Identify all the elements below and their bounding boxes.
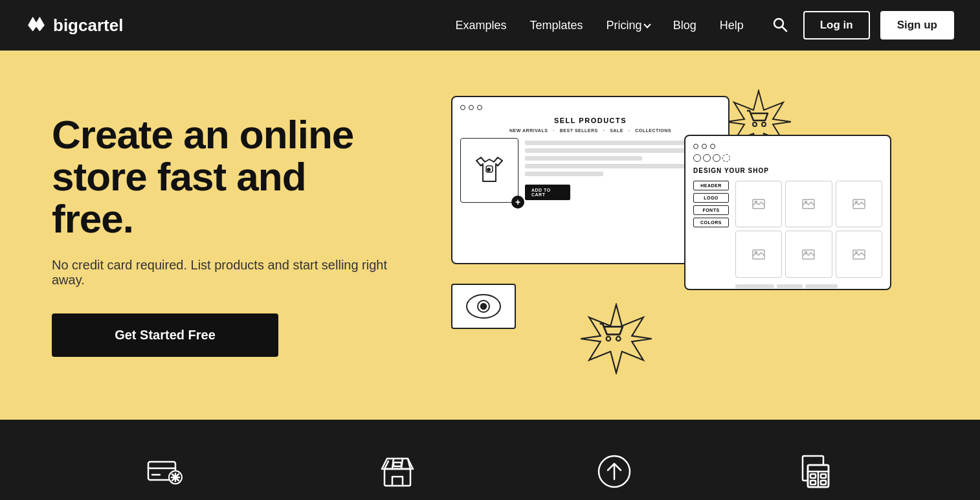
features-bar: No credit card required Sell online and … (0, 420, 980, 500)
image-placeholder-1 (752, 199, 765, 209)
dot-1 (460, 105, 465, 110)
nav-actions: Log in Sign up (767, 11, 954, 40)
store-icon (378, 452, 417, 491)
brand-logo[interactable]: bigcartel (26, 15, 123, 36)
design-dot-2 (702, 144, 707, 149)
swatch-bar-3 (805, 284, 838, 288)
bigcartel-logo-icon (26, 15, 47, 36)
login-button[interactable]: Log in (803, 11, 870, 40)
store-nav-bar: NEW ARRIVALS · BEST SELLERS · SALE · COL… (460, 128, 720, 133)
sidebar-logo[interactable]: LOGO (693, 193, 729, 203)
feature-upgrade: Upgrade anytime (570, 452, 658, 500)
image-placeholder-4 (752, 249, 765, 260)
nav-link-examples[interactable]: Examples (456, 19, 507, 32)
add-to-cart-label: ADD TO CART (525, 185, 570, 200)
swatch-bar-1 (735, 284, 774, 288)
feature-templates: Free store templates (767, 452, 874, 500)
navbar: bigcartel Examples Templates Pricing Blo… (0, 0, 980, 51)
svg-point-13 (805, 201, 807, 203)
design-panel: DESIGN YOUR SHOP HEADER LOGO FONTS COLOR… (684, 135, 891, 290)
design-window-dots (693, 144, 882, 149)
product-thumbnail: + (460, 138, 518, 203)
hero-subtitle: No credit card required. List products a… (52, 258, 388, 288)
sidebar-fonts[interactable]: FONTS (693, 205, 729, 215)
no-credit-card-icon (146, 452, 184, 491)
nav-link-pricing[interactable]: Pricing (607, 19, 650, 32)
user-icon-4 (722, 154, 730, 162)
feature-sell-online: Sell online and in-person (333, 452, 462, 500)
design-user-icons (693, 154, 882, 162)
nav-item-pricing[interactable]: Pricing (607, 19, 650, 32)
svg-line-38 (401, 459, 403, 469)
grid-item-2 (785, 181, 832, 227)
store-mockup-title: SELL PRODUCTS (460, 117, 720, 124)
brand-name: bigcartel (53, 16, 123, 36)
sidebar-header[interactable]: HEADER (693, 181, 729, 190)
svg-point-11 (755, 201, 757, 203)
detail-line-3 (525, 156, 642, 161)
grid-item-6 (836, 231, 882, 277)
signup-button[interactable]: Sign up (880, 11, 954, 40)
svg-point-21 (855, 251, 857, 253)
nav-collections: COLLECTIONS (635, 128, 671, 133)
second-product-mockup (451, 284, 516, 329)
sidebar-colors[interactable]: COLORS (693, 218, 729, 227)
search-button[interactable] (767, 12, 793, 40)
nav-best-sellers: BEST SELLERS (560, 128, 598, 133)
upgrade-icon (595, 452, 634, 491)
mockup-window-dots (460, 105, 720, 110)
nav-item-examples[interactable]: Examples (456, 19, 507, 32)
svg-line-37 (392, 459, 394, 469)
design-grid (735, 181, 882, 278)
search-icon (772, 17, 788, 32)
design-body: HEADER LOGO FONTS COLORS (693, 181, 882, 278)
tshirt-icon (473, 154, 506, 187)
design-dot-1 (693, 144, 698, 149)
color-swatches (693, 284, 882, 288)
nav-link-templates[interactable]: Templates (530, 19, 583, 32)
eye-icon (464, 290, 503, 323)
nav-link-blog[interactable]: Blog (673, 19, 696, 32)
svg-point-6 (487, 168, 490, 171)
image-placeholder-3 (852, 199, 865, 209)
grid-item-3 (836, 181, 882, 227)
image-placeholder-2 (802, 199, 815, 209)
feature-no-credit-card: No credit card required (106, 452, 225, 500)
mockup-container: SELL PRODUCTS NEW ARRIVALS · BEST SELLER… (425, 96, 891, 374)
nav-item-help[interactable]: Help (720, 19, 744, 32)
svg-line-1 (782, 27, 786, 31)
grid-item-5 (785, 231, 832, 277)
nav-link-help[interactable]: Help (720, 19, 744, 32)
store-product-area: + ADD TO CART (460, 138, 720, 203)
user-icon-1 (693, 154, 701, 162)
hero-section: Create an online store fast and free. No… (0, 51, 980, 420)
image-placeholder-5 (802, 249, 815, 260)
svg-point-15 (855, 201, 857, 203)
user-icon-3 (713, 154, 720, 162)
svg-point-17 (755, 251, 757, 253)
hero-content: Create an online store fast and free. No… (52, 113, 388, 357)
dot-2 (469, 105, 474, 110)
user-icon-2 (703, 154, 711, 162)
grid-item-1 (735, 181, 782, 227)
design-panel-title: DESIGN YOUR SHOP (693, 167, 882, 174)
design-dot-3 (710, 144, 715, 149)
image-placeholder-6 (852, 249, 865, 260)
get-started-button[interactable]: Get Started Free (52, 313, 278, 357)
nav-links: Examples Templates Pricing Blog Help (456, 19, 744, 32)
nav-item-templates[interactable]: Templates (530, 19, 583, 32)
pricing-dropdown-icon (643, 21, 651, 28)
hero-illustration: SELL PRODUCTS NEW ARRIVALS · BEST SELLER… (388, 89, 928, 381)
nav-new-arrivals: NEW ARRIVALS (509, 128, 548, 133)
svg-point-9 (481, 304, 486, 309)
design-sidebar: HEADER LOGO FONTS COLORS (693, 181, 729, 278)
grid-item-4 (735, 231, 782, 277)
detail-line-5 (525, 172, 603, 176)
burst-bottom-icon (581, 303, 652, 374)
add-product-button[interactable]: + (511, 196, 524, 209)
templates-icon (801, 452, 840, 491)
dot-3 (477, 105, 482, 110)
swatch-bar-2 (777, 284, 803, 288)
nav-item-blog[interactable]: Blog (673, 19, 696, 32)
svg-rect-35 (394, 462, 401, 466)
